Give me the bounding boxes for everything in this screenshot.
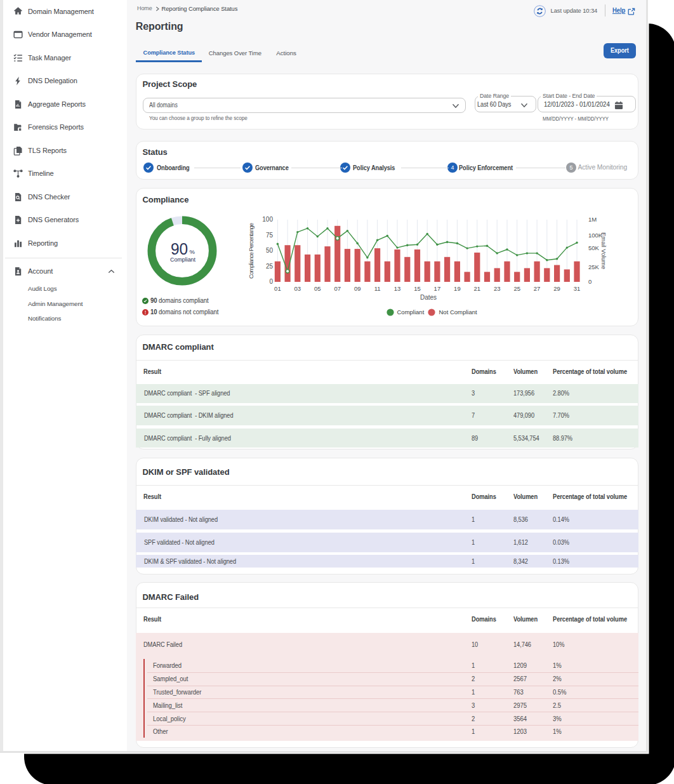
svg-text:75: 75 bbox=[266, 232, 274, 239]
svg-text:Compliance Percentange: Compliance Percentange bbox=[248, 223, 254, 279]
svg-text:23: 23 bbox=[494, 285, 501, 292]
svg-text:Compliant: Compliant bbox=[397, 309, 425, 316]
svg-text:01: 01 bbox=[274, 285, 281, 292]
svg-text:100: 100 bbox=[262, 216, 273, 223]
svg-text:31: 31 bbox=[574, 285, 581, 292]
svg-text:25: 25 bbox=[513, 285, 520, 292]
svg-text:25K: 25K bbox=[588, 263, 600, 270]
svg-text:21: 21 bbox=[474, 285, 481, 292]
svg-text:0: 0 bbox=[588, 278, 591, 285]
svg-text:13: 13 bbox=[394, 285, 401, 292]
svg-text:27: 27 bbox=[534, 285, 541, 292]
svg-text:15: 15 bbox=[414, 285, 421, 292]
svg-text:11: 11 bbox=[374, 285, 381, 292]
svg-text:19: 19 bbox=[454, 285, 461, 292]
svg-text:50: 50 bbox=[266, 247, 274, 254]
svg-text:25: 25 bbox=[266, 263, 274, 270]
svg-text:09: 09 bbox=[354, 285, 361, 292]
svg-text:Email Volume: Email Volume bbox=[600, 232, 607, 269]
svg-text:17: 17 bbox=[434, 285, 441, 292]
svg-text:Dates: Dates bbox=[420, 294, 437, 301]
svg-text:0: 0 bbox=[269, 278, 273, 285]
svg-text:29: 29 bbox=[553, 285, 560, 292]
svg-text:05: 05 bbox=[314, 285, 321, 292]
svg-text:03: 03 bbox=[294, 285, 301, 292]
svg-text:Not Compliant: Not Compliant bbox=[439, 309, 478, 316]
svg-text:50K: 50K bbox=[588, 244, 600, 251]
svg-text:1M: 1M bbox=[588, 216, 597, 223]
svg-text:07: 07 bbox=[334, 285, 341, 292]
